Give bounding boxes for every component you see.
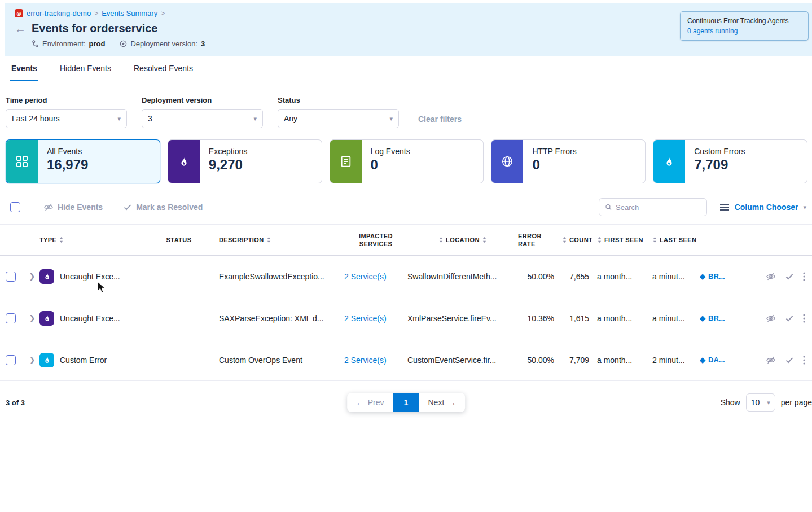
hide-event-icon[interactable] (766, 313, 776, 323)
select-all-checkbox[interactable] (10, 202, 20, 212)
breadcrumb-project-link[interactable]: error-tracking-demo (27, 9, 91, 17)
column-header-status[interactable]: STATUS (139, 237, 219, 243)
kebab-menu-icon[interactable] (803, 356, 805, 365)
sort-icon (266, 237, 271, 243)
event-description[interactable]: SAXParseException: XML d... (219, 314, 344, 323)
tab-hidden-events[interactable]: Hidden Events (59, 56, 112, 81)
prev-page-button[interactable]: ← Prev (347, 393, 393, 412)
back-arrow-icon[interactable]: ← (15, 23, 26, 34)
stat-cards: All Events 16,979 Exceptions 9,270 Log E… (0, 128, 812, 183)
stat-card-log-events[interactable]: Log Events 0 (330, 139, 484, 183)
tab-bar: Events Hidden Events Resolved Events (0, 56, 812, 81)
status-value: Any (284, 114, 297, 123)
expand-chevron-icon[interactable]: ❯ (25, 314, 39, 322)
page-size-select[interactable]: 10 ▾ (746, 393, 775, 412)
breadcrumb-separator-icon: > (161, 10, 165, 17)
first-seen-value: a month... (597, 314, 652, 323)
diamond-icon: ◆ (700, 356, 705, 364)
search-icon (605, 203, 612, 211)
flame-icon (653, 140, 685, 183)
hide-events-button[interactable]: Hide Events (43, 202, 103, 212)
agents-status-box[interactable]: Continuous Error Tracking Agents 0 agent… (680, 11, 809, 41)
event-location: SwallowInDifferentMeth... (407, 272, 518, 281)
globe-icon (491, 140, 523, 183)
ticket-badge[interactable]: ◆ BR... (700, 314, 746, 322)
stat-card-value: 7,709 (694, 157, 745, 173)
ticket-badge-label: DA... (708, 356, 725, 364)
page-header: ◎ error-tracking-demo > Events Summary >… (5, 3, 812, 56)
stat-card-exceptions[interactable]: Exceptions 9,270 (168, 139, 322, 183)
column-header-description[interactable]: DESCRIPTION (219, 237, 344, 243)
impacted-services-link[interactable]: 2 Service(s) (344, 314, 407, 323)
per-page-label: per page (781, 398, 812, 407)
event-type[interactable]: Custom Error (60, 356, 107, 365)
resolve-check-icon[interactable] (785, 314, 794, 323)
pagination-bar: 3 of 3 ← Prev 1 Next → Show 10 ▾ per pag… (0, 381, 812, 413)
resolve-check-icon[interactable] (785, 272, 794, 281)
column-header-first-seen[interactable]: FIRST SEEN (597, 237, 652, 243)
event-description[interactable]: ExampleSwallowedExceptio... (219, 272, 344, 281)
chevron-down-icon: ▾ (767, 399, 770, 406)
ticket-badge[interactable]: ◆ DA... (700, 356, 746, 364)
hide-event-icon[interactable] (766, 272, 776, 282)
mark-resolved-button[interactable]: Mark as Resolved (123, 203, 203, 212)
current-page-button[interactable]: 1 (393, 393, 419, 412)
resolve-check-icon[interactable] (785, 356, 794, 365)
column-header-impacted-services[interactable]: IMPACTED SERVICES (344, 232, 407, 248)
sort-icon (597, 237, 602, 243)
column-header-last-seen[interactable]: LAST SEEN (652, 237, 700, 243)
search-input[interactable] (616, 203, 701, 212)
column-header-label: LAST SEEN (660, 237, 696, 243)
time-period-select[interactable]: Last 24 hours ▾ (6, 109, 127, 128)
show-label: Show (721, 398, 740, 407)
column-header-label: FIRST SEEN (604, 237, 643, 243)
tab-events[interactable]: Events (10, 56, 38, 81)
exception-type-icon (39, 269, 54, 284)
deployment-version-select[interactable]: 3 ▾ (142, 109, 263, 128)
ticket-badge-label: BR... (708, 314, 725, 322)
expand-chevron-icon[interactable]: ❯ (25, 272, 39, 281)
column-header-error-rate[interactable]: ERROR RATE (518, 232, 562, 248)
status-select[interactable]: Any ▾ (278, 109, 399, 128)
column-header-type[interactable]: TYPE (39, 237, 139, 243)
table-row: ❯ Custom Error Custom OverOps Event 2 Se… (0, 339, 812, 381)
grid-icon (6, 140, 38, 183)
event-type[interactable]: Uncaught Exce... (60, 272, 120, 281)
breadcrumb-page-link[interactable]: Events Summary (102, 9, 157, 17)
stat-card-custom-errors[interactable]: Custom Errors 7,709 (653, 139, 807, 183)
column-header-count[interactable]: COUNT (562, 237, 597, 243)
column-header-location[interactable]: LOCATION (407, 237, 518, 243)
deployment-version-label: Deployment version (142, 96, 263, 104)
stat-card-value: 0 (371, 157, 410, 173)
agents-running-link[interactable]: 0 agents running (687, 27, 801, 35)
stat-card-all-events[interactable]: All Events 16,979 (6, 139, 160, 183)
table-toolbar: Hide Events Mark as Resolved Column Choo… (0, 183, 812, 224)
row-checkbox[interactable] (6, 355, 16, 365)
expand-chevron-icon[interactable]: ❯ (25, 356, 39, 364)
stat-card-http-errors[interactable]: HTTP Errors 0 (491, 139, 646, 183)
impacted-services-link[interactable]: 2 Service(s) (344, 272, 407, 281)
tab-resolved-events[interactable]: Resolved Events (133, 56, 194, 81)
kebab-menu-icon[interactable] (803, 314, 805, 323)
hide-event-icon[interactable] (766, 355, 776, 365)
row-checkbox[interactable] (6, 313, 16, 323)
column-chooser-button[interactable]: Column Chooser ▾ (719, 203, 806, 212)
table-row: ❯ Uncaught Exce... SAXParseException: XM… (0, 297, 812, 339)
column-header-label: DESCRIPTION (219, 237, 264, 243)
page-size-value: 10 (751, 398, 760, 407)
ticket-badge[interactable]: ◆ BR... (700, 272, 746, 281)
last-seen-value: a minut... (652, 314, 700, 323)
event-description[interactable]: Custom OverOps Event (219, 356, 344, 365)
impacted-services-link[interactable]: 2 Service(s) (344, 356, 407, 365)
row-checkbox[interactable] (6, 272, 16, 282)
hide-events-label: Hide Events (58, 203, 103, 212)
kebab-menu-icon[interactable] (803, 272, 805, 281)
search-box (599, 198, 707, 216)
event-type[interactable]: Uncaught Exce... (60, 314, 120, 323)
table-row: ❯ Uncaught Exce... ExampleSwallowedExcep… (0, 256, 812, 297)
error-rate-value: 50.00% (518, 356, 562, 365)
exception-type-icon (39, 311, 54, 326)
error-rate-value: 10.36% (518, 314, 562, 323)
next-page-button[interactable]: Next → (419, 393, 466, 412)
clear-filters-button[interactable]: Clear filters (418, 115, 462, 124)
